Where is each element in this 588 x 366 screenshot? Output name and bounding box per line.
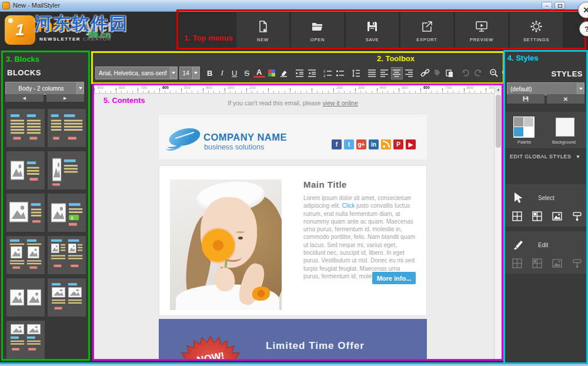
chevron-down-icon[interactable] bbox=[577, 83, 584, 95]
paste-button[interactable] bbox=[444, 67, 456, 79]
edit-image-button[interactable] bbox=[550, 256, 564, 270]
format-painter-button[interactable] bbox=[432, 67, 443, 79]
save-icon bbox=[366, 20, 379, 33]
preview-icon bbox=[475, 20, 488, 33]
block-item-titles-images-text[interactable] bbox=[48, 278, 86, 317]
edit-global-styles-button[interactable]: EDIT GLOBAL STYLES ▼ bbox=[505, 151, 586, 162]
company-tagline: business solutions bbox=[204, 143, 264, 151]
block-item-text-2col[interactable] bbox=[6, 109, 45, 147]
select-image-button[interactable] bbox=[550, 209, 564, 223]
zoom-out-button[interactable] bbox=[488, 67, 500, 79]
block-item-image-text-price[interactable]: $ bbox=[48, 194, 86, 232]
outdent-button[interactable] bbox=[294, 67, 306, 79]
block-item-images-titles-text[interactable] bbox=[6, 321, 45, 359]
blocks-next-button[interactable]: ▶ bbox=[46, 94, 85, 102]
block-item-image-text[interactable] bbox=[6, 151, 45, 189]
more-info-button[interactable]: More info... bbox=[372, 272, 416, 284]
font-family-select[interactable]: Arial, Helvetica, sans-serif bbox=[95, 66, 178, 79]
girl-photo[interactable] bbox=[170, 179, 282, 310]
palette-thumbnail[interactable] bbox=[513, 117, 534, 138]
block-item-text-2col-alt[interactable] bbox=[48, 109, 86, 147]
vertical-scrollbar[interactable]: ▲ bbox=[494, 85, 502, 359]
align-center-icon bbox=[392, 69, 401, 78]
highlight-color-button[interactable] bbox=[266, 67, 278, 79]
link-button[interactable] bbox=[419, 67, 431, 79]
select-block-button[interactable] bbox=[530, 209, 544, 223]
banner-title: Limited Time Offer bbox=[266, 340, 365, 352]
email-header-band[interactable]: COMPANY NAME business solutions ftg+inP▶ bbox=[159, 115, 427, 159]
ruler-label: 500 bbox=[402, 85, 408, 89]
align-right-button[interactable] bbox=[403, 67, 415, 79]
italic-button[interactable]: I bbox=[216, 67, 228, 79]
new-button[interactable]: NEW bbox=[236, 12, 289, 49]
delete-style-button[interactable]: ✕ bbox=[547, 94, 584, 104]
paste-icon bbox=[445, 69, 454, 78]
preview-button[interactable]: PREVIEW bbox=[455, 12, 508, 49]
youtube-icon[interactable]: ▶ bbox=[406, 139, 416, 149]
settings-button[interactable]: SETTINGS bbox=[510, 12, 563, 49]
ruler-label: 900 bbox=[97, 85, 103, 89]
title-bar: New - MailStyler bbox=[0, 0, 588, 12]
align-left-button[interactable] bbox=[379, 67, 390, 79]
bullet-list-button[interactable] bbox=[335, 67, 346, 79]
formatting-toolbar: Arial, Helvetica, sans-serif 14 B I U S … bbox=[95, 66, 499, 80]
click-link[interactable]: Click bbox=[342, 202, 355, 209]
block-category-select[interactable]: Body - 2 columns bbox=[5, 82, 84, 95]
style-select[interactable]: (default) bbox=[507, 82, 584, 95]
save-button[interactable]: SAVE bbox=[346, 12, 399, 49]
block-item-image-tall-text[interactable] bbox=[48, 151, 86, 189]
offer-banner[interactable]: NOW! Limited Time Offer bbox=[159, 319, 427, 359]
minimize-icon: – bbox=[545, 3, 548, 9]
chevron-down-icon[interactable] bbox=[192, 67, 199, 79]
background-thumbnail[interactable] bbox=[556, 118, 574, 137]
new-document-icon bbox=[256, 20, 269, 33]
bold-button[interactable]: B bbox=[204, 67, 216, 79]
blocks-prev-button[interactable]: ◀ bbox=[5, 94, 44, 102]
facebook-icon[interactable]: f bbox=[332, 139, 342, 149]
line-height-button[interactable] bbox=[350, 67, 362, 79]
rss-icon[interactable] bbox=[381, 139, 391, 149]
underline-button[interactable]: U bbox=[229, 67, 240, 79]
align-justify-button[interactable] bbox=[366, 67, 378, 79]
numbered-list-button[interactable]: 12 bbox=[322, 67, 334, 79]
close-icon: ✕ bbox=[583, 5, 588, 15]
app-header: 1 mailStyler NEWSLETTER CREATOR 河东软件园 59… bbox=[0, 12, 588, 50]
save-icon bbox=[522, 95, 529, 102]
maximize-icon bbox=[558, 4, 562, 8]
strikethrough-button[interactable]: S bbox=[241, 67, 253, 79]
block-item-big-image-text[interactable] bbox=[6, 194, 45, 232]
edit-structure-button[interactable] bbox=[510, 256, 524, 270]
googleplus-icon[interactable]: g+ bbox=[356, 139, 366, 149]
scroll-up-icon[interactable]: ▲ bbox=[495, 85, 502, 93]
pinterest-icon[interactable]: P bbox=[393, 139, 403, 149]
open-button[interactable]: OPEN bbox=[291, 12, 344, 49]
email-main-block[interactable]: Main Title Lorem ipsum dolor sit amet, c… bbox=[159, 165, 427, 316]
maximize-button[interactable] bbox=[554, 2, 565, 9]
outdent-icon bbox=[295, 69, 304, 78]
chevron-down-icon[interactable] bbox=[76, 82, 83, 94]
minimize-button[interactable]: – bbox=[542, 2, 552, 9]
blocks-panel-title: BLOCKS bbox=[7, 68, 41, 77]
save-style-button[interactable] bbox=[507, 94, 544, 104]
edit-block-button[interactable] bbox=[530, 256, 544, 270]
indent-button[interactable] bbox=[306, 67, 318, 79]
view-online-link[interactable]: view it online bbox=[323, 99, 358, 107]
chevron-down-icon[interactable] bbox=[170, 67, 177, 79]
edit-button-element-button[interactable] bbox=[570, 256, 584, 270]
font-size-select[interactable]: 14 bbox=[179, 66, 200, 79]
scrollb-thumb[interactable] bbox=[496, 95, 501, 148]
clear-format-button[interactable] bbox=[278, 67, 290, 79]
align-center-button[interactable] bbox=[391, 67, 403, 79]
export-button[interactable]: EXPORT bbox=[400, 12, 453, 49]
linkedin-icon[interactable]: in bbox=[369, 139, 379, 149]
block-item-two-col-image-text[interactable] bbox=[48, 236, 86, 274]
brand-name: mailStyler bbox=[38, 16, 113, 36]
undo-button[interactable] bbox=[460, 67, 472, 79]
select-structure-button[interactable] bbox=[510, 209, 524, 223]
font-color-button[interactable]: A bbox=[253, 68, 265, 78]
redo-button[interactable] bbox=[472, 67, 484, 79]
twitter-icon[interactable]: t bbox=[344, 139, 354, 149]
block-item-two-images[interactable] bbox=[6, 278, 45, 317]
select-button-element-button[interactable] bbox=[570, 209, 584, 223]
block-item-two-col-title-image-text[interactable] bbox=[6, 236, 45, 274]
